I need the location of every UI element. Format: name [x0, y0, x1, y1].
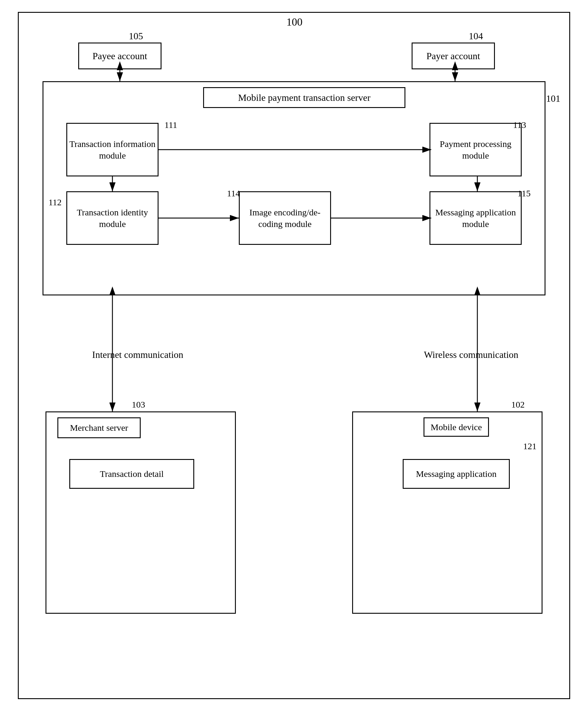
mobile-device-label: Mobile device: [431, 422, 482, 432]
wireless-communication-label: Wireless communication: [424, 349, 518, 361]
mobile-device-label-box: Mobile device: [423, 417, 489, 437]
label-101: 101: [546, 93, 560, 104]
label-103: 103: [132, 400, 145, 410]
messaging-application-label: Messaging application: [416, 469, 497, 479]
label-112: 112: [48, 197, 62, 207]
label-114: 114: [227, 188, 240, 198]
internet-communication-box: Internet communication: [84, 340, 191, 370]
payee-account-box: Payee account: [78, 43, 161, 69]
transaction-detail-box: Transaction detail: [69, 459, 194, 489]
image-encoding-module-box: Image encoding/de-coding module: [239, 191, 331, 245]
label-113: 113: [513, 120, 526, 130]
payment-processing-module-label: Payment processing module: [430, 138, 521, 161]
image-encoding-module-label: Image encoding/de-coding module: [240, 207, 330, 230]
payer-account-label: Payer account: [427, 50, 480, 62]
internet-communication-label: Internet communication: [92, 349, 183, 361]
transaction-information-module-label: Transaction information module: [67, 138, 158, 161]
payment-processing-module-box: Payment processing module: [430, 123, 522, 176]
messaging-application-module-box: Messaging application module: [430, 191, 522, 245]
transaction-information-module-box: Transaction information module: [66, 123, 158, 176]
merchant-server-label: Merchant server: [70, 423, 128, 433]
label-111: 111: [165, 120, 177, 130]
label-105: 105: [129, 31, 143, 42]
payer-account-box: Payer account: [412, 43, 495, 69]
server-label: Mobile payment transaction server: [238, 92, 370, 103]
transaction-identity-module-box: Transaction identity module: [66, 191, 158, 245]
server-box: [43, 81, 545, 296]
label-100: 100: [286, 16, 303, 28]
label-102: 102: [511, 400, 525, 410]
messaging-application-box: Messaging application: [403, 459, 510, 489]
merchant-server-box: [45, 411, 236, 614]
label-104: 104: [469, 31, 483, 42]
diagram-container: 100 Payee account 105 Payer account 104 …: [18, 12, 570, 699]
payee-account-label: Payee account: [92, 50, 147, 62]
transaction-identity-module-label: Transaction identity module: [67, 207, 158, 230]
transaction-detail-label: Transaction detail: [100, 469, 164, 479]
merchant-server-label-box: Merchant server: [58, 417, 141, 438]
server-label-box: Mobile payment transaction server: [203, 87, 406, 108]
messaging-application-module-label: Messaging application module: [430, 207, 521, 230]
label-121: 121: [523, 441, 537, 451]
mobile-device-box: [352, 411, 543, 614]
label-115: 115: [518, 188, 530, 198]
wireless-communication-box: Wireless communication: [418, 340, 525, 370]
